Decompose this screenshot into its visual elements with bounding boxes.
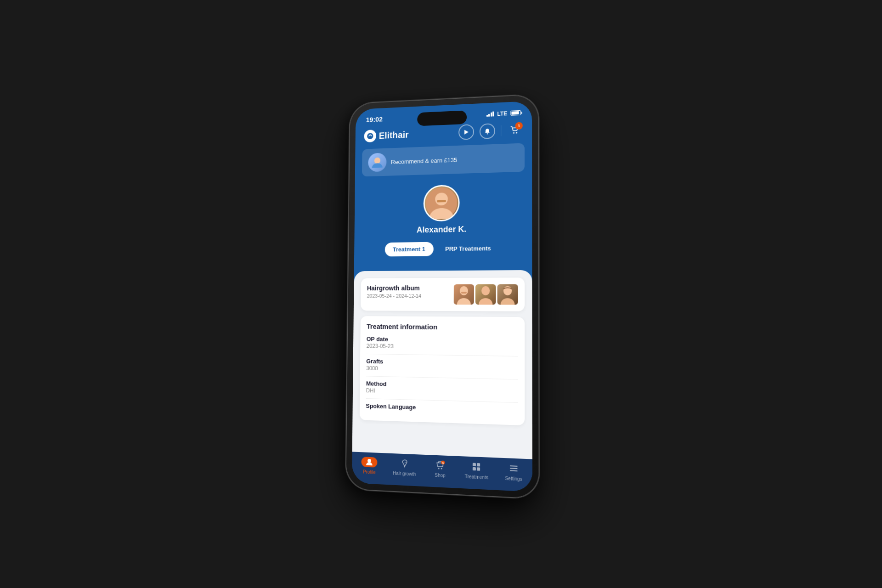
svg-rect-22 <box>477 467 480 471</box>
content-scroll[interactable]: Hairgrowth album 2023-05-24 - 2024-12-14 <box>352 270 532 459</box>
svg-point-5 <box>374 158 380 164</box>
logo-icon <box>364 130 376 142</box>
nav-shop-label: Shop <box>435 473 445 478</box>
svg-point-4 <box>516 132 517 134</box>
svg-text:%: % <box>442 462 444 464</box>
spoken-lang-label: Spoken Language <box>366 402 518 414</box>
nav-shop[interactable]: % Shop <box>428 458 453 478</box>
cart-button[interactable]: 1 <box>507 122 523 138</box>
nav-treatments-label: Treatments <box>465 474 488 481</box>
recommend-avatar <box>368 153 386 172</box>
tab-treatment1[interactable]: Treatment 1 <box>384 242 433 257</box>
nav-profile-icon <box>363 456 375 468</box>
treatment-info-title: Treatment information <box>367 322 518 332</box>
spoken-lang-row: Spoken Language <box>366 402 518 414</box>
album-date: 2023-05-24 - 2024-12-14 <box>367 293 454 299</box>
nav-settings-icon <box>507 462 520 475</box>
phone-wrapper: 19:02 LTE <box>345 94 539 499</box>
profile-section: Alexander K. Treatment 1 PRP Treatments <box>354 179 532 264</box>
nav-treatments[interactable]: Treatments <box>464 460 489 481</box>
svg-line-23 <box>510 466 517 466</box>
svg-rect-9 <box>437 200 446 202</box>
op-date-value: 2023-05-23 <box>367 343 518 351</box>
svg-point-12 <box>481 286 490 295</box>
battery-fill <box>511 111 519 115</box>
tabs-row: Treatment 1 PRP Treatments <box>376 241 509 256</box>
method-row: Method DHI <box>366 380 518 397</box>
svg-line-24 <box>510 468 517 469</box>
svg-rect-19 <box>473 463 476 467</box>
svg-rect-6 <box>375 164 379 168</box>
svg-line-25 <box>510 471 517 471</box>
svg-rect-20 <box>477 463 480 467</box>
hairgrowth-album-card[interactable]: Hairgrowth album 2023-05-24 - 2024-12-14 <box>361 277 525 311</box>
svg-point-3 <box>513 132 514 134</box>
svg-point-16 <box>441 468 442 469</box>
logo-area: Elithair <box>364 128 408 142</box>
nav-shop-icon: % <box>434 459 446 472</box>
grafts-row: Grafts 3000 <box>366 358 518 374</box>
content-area: Hairgrowth album 2023-05-24 - 2024-12-14 <box>352 270 532 492</box>
svg-point-14 <box>368 459 371 463</box>
nav-profile[interactable]: Profile <box>357 456 381 475</box>
svg-marker-1 <box>464 130 469 134</box>
svg-rect-21 <box>473 467 476 471</box>
recommend-text: Recommend & earn £135 <box>391 156 457 165</box>
lte-label: LTE <box>497 110 507 117</box>
svg-point-2 <box>487 133 488 134</box>
photo-thumb-3 <box>498 284 518 305</box>
photo-thumb-2 <box>475 284 496 305</box>
nav-settings-label: Settings <box>505 476 522 482</box>
divider-3 <box>366 398 518 403</box>
divider-2 <box>366 376 518 379</box>
divider-1 <box>366 354 518 356</box>
svg-point-15 <box>438 468 440 469</box>
svg-point-0 <box>367 133 373 139</box>
album-row: Hairgrowth album 2023-05-24 - 2024-12-14 <box>367 284 518 305</box>
recommend-banner[interactable]: Recommend & earn £135 <box>362 143 525 176</box>
dynamic-island <box>417 110 467 126</box>
album-photos <box>454 284 518 305</box>
status-time: 19:02 <box>366 115 383 124</box>
profile-name: Alexander K. <box>417 225 467 235</box>
nav-settings[interactable]: Settings <box>500 462 526 482</box>
status-icons: LTE <box>486 109 521 117</box>
cart-badge: 1 <box>515 122 523 130</box>
album-text: Hairgrowth album 2023-05-24 - 2024-12-14 <box>367 284 454 303</box>
nav-treatments-icon <box>470 460 483 473</box>
